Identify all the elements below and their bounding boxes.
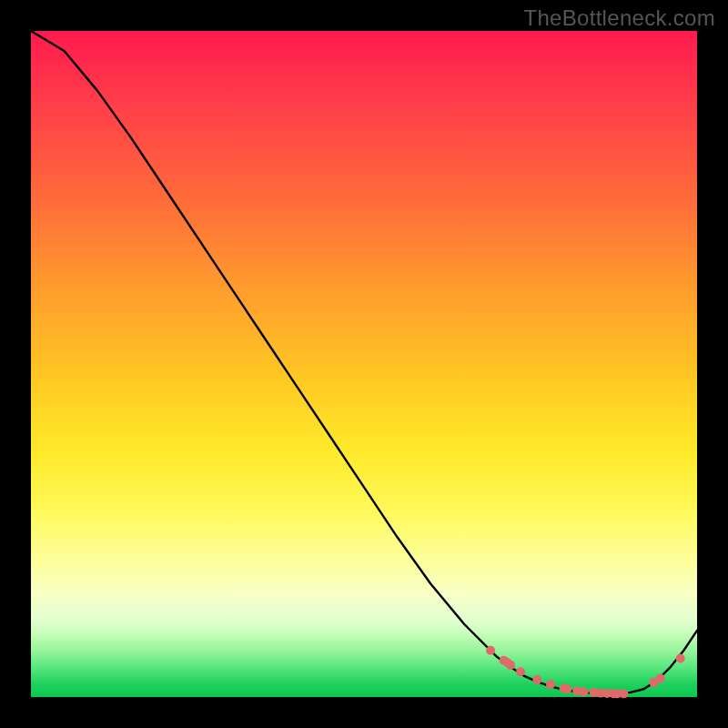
chart-marker-dot [656,674,665,683]
chart-svg [31,31,697,697]
chart-marker-dot [546,680,555,689]
attribution-label: TheBottleneck.com [523,5,715,31]
chart-markers [486,646,685,699]
chart-marker-dot [516,667,525,676]
chart-plot-area [31,31,697,697]
chart-marker-dot [619,689,628,698]
chart-marker-dot [580,687,589,696]
chart-curve [31,31,697,693]
chart-marker-dot [562,684,571,693]
chart-marker-dot [532,675,541,684]
chart-marker-dot [486,646,495,655]
chart-marker-dot [506,661,515,670]
chart-marker-dot [676,654,685,663]
